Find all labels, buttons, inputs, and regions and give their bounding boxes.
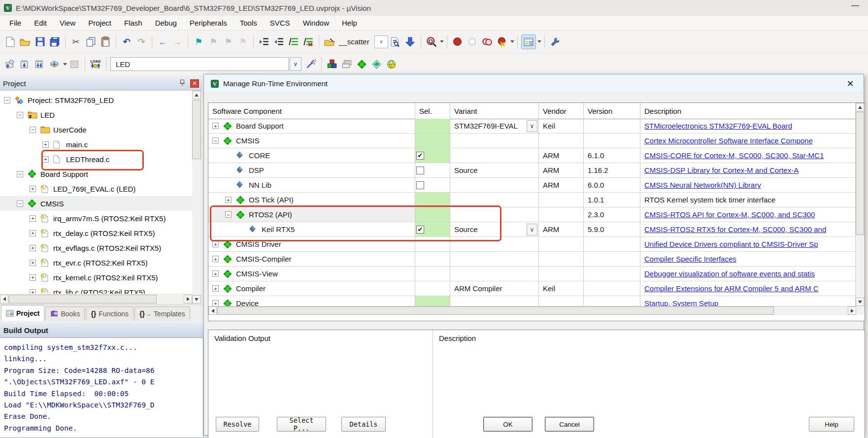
comment-selection-icon[interactable] bbox=[287, 35, 300, 49]
menu-svcs[interactable]: SVCS bbox=[264, 17, 297, 29]
multi-project-workspace-icon[interactable] bbox=[340, 57, 354, 71]
collapse-icon[interactable]: − bbox=[17, 112, 23, 118]
tree-item-cmsis[interactable]: −CMSIS bbox=[0, 196, 192, 211]
component-row-rtos2-api-[interactable]: −RTOS2 (API)2.3.0CMSIS-RTOS API for Cort… bbox=[208, 207, 857, 222]
description-link[interactable]: CMSIS-CORE for Cortex-M, SC000, SC300, S… bbox=[644, 151, 824, 160]
select-checkbox[interactable]: ✔ bbox=[416, 226, 424, 234]
description-link[interactable]: STMicroelectronics STM32F769-EVAL Board bbox=[644, 122, 792, 130]
tree-item-led_769i_eval.c[interactable]: +LED_769I_EVAL.c (LED) bbox=[0, 181, 192, 196]
indent-left-icon[interactable] bbox=[272, 35, 286, 49]
paste-icon[interactable] bbox=[99, 35, 112, 49]
download-icon[interactable]: LOAD bbox=[89, 57, 102, 71]
select-checkbox[interactable] bbox=[416, 167, 424, 174]
pack-installer-icon[interactable] bbox=[384, 57, 398, 71]
component-row-core[interactable]: CORE✔ARM6.1.0CMSIS-CORE for Cortex-M, SC… bbox=[208, 148, 857, 163]
open-file-icon[interactable] bbox=[18, 35, 32, 49]
collapse-icon[interactable]: − bbox=[17, 171, 23, 177]
window-layout-icon[interactable] bbox=[521, 34, 536, 49]
breakpoints-dropdown-caret[interactable] bbox=[510, 40, 514, 43]
new-file-icon[interactable] bbox=[3, 35, 17, 49]
description-link[interactable]: CMSIS Neural Network(NN) Library bbox=[644, 181, 761, 189]
configure-tools-icon[interactable] bbox=[548, 35, 562, 49]
kill-all-breakpoints-icon[interactable] bbox=[495, 35, 509, 49]
menu-help[interactable]: Help bbox=[335, 17, 364, 29]
next-bookmark-icon[interactable]: ⚑ bbox=[221, 35, 235, 49]
navigate-back-icon[interactable]: ← bbox=[156, 35, 169, 49]
target-select-dropdown[interactable]: ∨ bbox=[290, 57, 301, 71]
description-link[interactable]: Unified Device Drivers compliant to CMSI… bbox=[644, 240, 818, 248]
scatter-dropdown[interactable]: ∨ bbox=[374, 35, 388, 48]
description-link[interactable]: CMSIS-DSP Library for Cortex-M and Corte… bbox=[644, 166, 799, 174]
component-row-dsp[interactable]: DSPSourceARM1.16.2CMSIS-DSP Library for … bbox=[208, 163, 857, 178]
navigate-forward-icon[interactable]: → bbox=[170, 35, 184, 49]
menu-tools[interactable]: Tools bbox=[234, 17, 264, 29]
collapse-icon[interactable]: − bbox=[212, 137, 219, 144]
menu-window[interactable]: Window bbox=[297, 17, 335, 29]
expand-icon[interactable]: + bbox=[30, 260, 36, 266]
cancel-button[interactable]: Cancel bbox=[545, 417, 594, 432]
table-vscrollbar[interactable] bbox=[855, 103, 865, 315]
tab-functions[interactable]: {}Functions bbox=[86, 306, 134, 321]
project-tree-vscrollbar[interactable] bbox=[192, 91, 201, 303]
description-link[interactable]: Compiler Extensions for ARM Compiler 5 a… bbox=[644, 284, 818, 293]
expand-icon[interactable]: + bbox=[30, 230, 36, 236]
tree-item-rtx_evflags.c[interactable]: +rtx_evflags.c (RTOS2:Keil RTX5) bbox=[0, 240, 192, 255]
batch-build-dropdown-caret[interactable] bbox=[63, 63, 67, 66]
menu-file[interactable]: File bbox=[3, 17, 28, 29]
expand-icon[interactable]: + bbox=[212, 123, 219, 129]
options-for-target-icon[interactable] bbox=[304, 57, 318, 71]
copy-icon[interactable] bbox=[84, 35, 98, 49]
manage-rte-icon[interactable] bbox=[355, 57, 368, 71]
expand-icon[interactable]: + bbox=[30, 274, 36, 281]
tree-item-rtx_evr.c[interactable]: +rtx_evr.c (RTOS2:Keil RTX5) bbox=[0, 255, 192, 270]
target-select[interactable]: LED bbox=[110, 57, 289, 71]
collapse-icon[interactable]: − bbox=[30, 127, 36, 133]
component-row-nn-lib[interactable]: NN LibARM6.0.0CMSIS Neural Network(NN) L… bbox=[208, 178, 857, 193]
minimize-button[interactable]: — bbox=[851, 1, 859, 10]
menu-project[interactable]: Project bbox=[82, 17, 118, 29]
collapse-icon[interactable]: − bbox=[4, 97, 10, 103]
menu-view[interactable]: View bbox=[53, 17, 82, 29]
expand-icon[interactable]: + bbox=[42, 141, 49, 148]
expand-icon[interactable]: + bbox=[30, 289, 36, 294]
find-icon[interactable]: Q bbox=[425, 35, 438, 49]
find-in-files-icon[interactable] bbox=[389, 35, 402, 49]
description-link[interactable]: Compiler Specific Interfaces bbox=[644, 255, 736, 263]
tab-books[interactable]: ?Books bbox=[45, 306, 85, 321]
uncomment-selection-icon[interactable] bbox=[301, 35, 315, 49]
insert-bookmark-icon[interactable]: ⚑ bbox=[192, 35, 205, 49]
configure-scatter-icon[interactable] bbox=[323, 35, 336, 49]
variant-dropdown[interactable]: ∨ bbox=[527, 224, 537, 236]
menu-edit[interactable]: Edit bbox=[28, 17, 53, 29]
window-layout-dropdown-caret[interactable] bbox=[537, 40, 541, 43]
select-checkbox[interactable]: ✔ bbox=[416, 152, 424, 160]
manage-project-items-icon[interactable] bbox=[325, 57, 339, 71]
tree-item-ledthread.c[interactable]: +LEDThread.c bbox=[0, 152, 192, 167]
ok-button[interactable]: OK bbox=[483, 417, 533, 432]
dialog-close-icon[interactable]: ✕ bbox=[845, 78, 856, 89]
component-row-cmsis-driver[interactable]: +CMSIS DriverUnified Device Drivers comp… bbox=[208, 237, 857, 252]
variant-dropdown[interactable]: ∨ bbox=[527, 120, 537, 132]
table-hscrollbar[interactable] bbox=[208, 306, 857, 315]
expand-icon[interactable]: + bbox=[212, 256, 219, 262]
tree-item-irq_armv7m.s[interactable]: +irq_armv7m.S (RTOS2:Keil RTX5) bbox=[0, 211, 192, 226]
build-output-log[interactable]: compiling system_stm32f7xx.c...linking..… bbox=[0, 337, 203, 438]
menu-peripherals[interactable]: Peripherals bbox=[183, 17, 234, 29]
expand-icon[interactable]: + bbox=[225, 197, 232, 203]
find-dropdown-caret[interactable] bbox=[440, 40, 444, 43]
tab-templates[interactable]: {}→Templates bbox=[134, 306, 190, 321]
batch-build-icon[interactable] bbox=[48, 57, 62, 71]
select-packs-button[interactable]: Select P... bbox=[277, 417, 326, 432]
tree-item-rtx_delay.c[interactable]: +rtx_delay.c (RTOS2:Keil RTX5) bbox=[0, 226, 192, 240]
collapse-icon[interactable]: − bbox=[17, 201, 23, 207]
cut-icon[interactable]: ✂ bbox=[69, 35, 83, 49]
redo-icon[interactable]: ↷ bbox=[134, 35, 148, 49]
indent-right-icon[interactable] bbox=[257, 35, 271, 49]
description-link[interactable]: CMSIS-RTOS2 RTX5 for Cortex-M, SC000, SC… bbox=[644, 225, 826, 234]
expand-icon[interactable]: + bbox=[212, 285, 219, 292]
translate-file-icon[interactable] bbox=[3, 57, 17, 71]
component-row-board-support[interactable]: +Board SupportSTM32F769I-EVAL∨KeilSTMicr… bbox=[208, 119, 857, 134]
description-link[interactable]: Cortex Microcontroller Software Interfac… bbox=[644, 136, 813, 145]
incremental-find-icon[interactable] bbox=[403, 35, 417, 49]
expand-icon[interactable]: + bbox=[212, 270, 219, 277]
